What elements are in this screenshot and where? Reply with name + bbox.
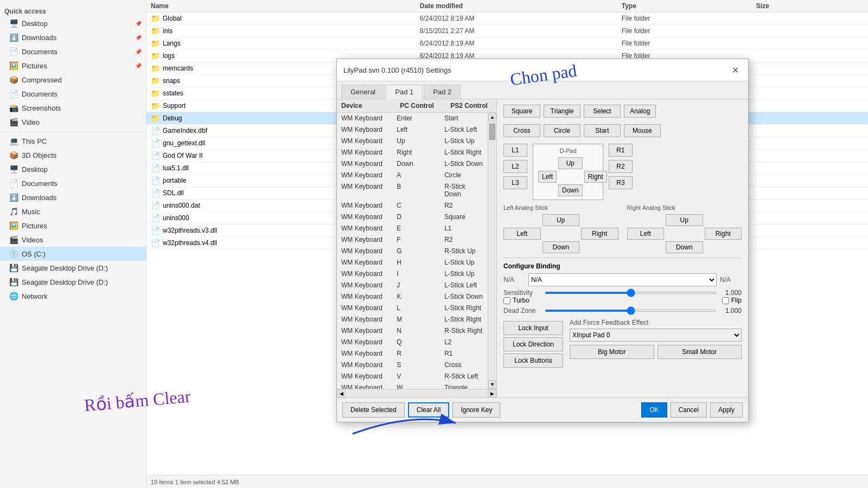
- sensitivity-slider[interactable]: [545, 292, 717, 294]
- vscroll-up-btn[interactable]: ▲: [488, 113, 496, 121]
- turbo-checkbox-label[interactable]: Turbo: [503, 297, 529, 304]
- sidebar-item-videos[interactable]: 🎬 Videos: [0, 233, 146, 247]
- sidebar-item-seagate2[interactable]: 💾 Seagate Desktop Drive (D:): [0, 275, 146, 289]
- analog-button[interactable]: Analog: [624, 105, 656, 118]
- sidebar-item-video[interactable]: 🎬 Video: [0, 115, 146, 129]
- binding-row[interactable]: WM Keyboard Left L-Stick Left: [337, 124, 488, 136]
- clear-all-button[interactable]: Clear All: [408, 402, 450, 418]
- binding-row[interactable]: WM Keyboard Enter Start: [337, 113, 488, 124]
- cross-button[interactable]: Cross: [503, 124, 540, 137]
- binding-row[interactable]: WM Keyboard H L-Stick Up: [337, 257, 488, 268]
- binding-row[interactable]: WM Keyboard G R-Stick Up: [337, 246, 488, 257]
- binding-row[interactable]: WM Keyboard L L-Stick Right: [337, 303, 488, 314]
- sidebar-item-documents[interactable]: 📄 Documents 📌: [0, 44, 146, 59]
- dialog-close-button[interactable]: ✕: [729, 63, 742, 76]
- dpad-right-button[interactable]: Right: [584, 171, 607, 183]
- dpad-left-button[interactable]: Left: [538, 171, 557, 183]
- flip-checkbox-label[interactable]: Flip: [722, 297, 742, 304]
- ok-button[interactable]: OK: [641, 402, 667, 418]
- right-analog-down-button[interactable]: Down: [666, 241, 703, 253]
- lock-buttons-button[interactable]: Lock Buttons: [503, 354, 563, 368]
- start-button[interactable]: Start: [584, 124, 621, 137]
- l2-button[interactable]: L2: [503, 160, 527, 173]
- binding-row[interactable]: WM Keyboard Q L2: [337, 337, 488, 348]
- file-row[interactable]: 📁 Langs 6/24/2012 8:19 AM File folder: [146, 37, 868, 50]
- sidebar-item-music[interactable]: 🎵 Music: [0, 204, 146, 219]
- select-button[interactable]: Select: [584, 105, 621, 118]
- l1-button[interactable]: L1: [503, 144, 527, 157]
- binding-row[interactable]: WM Keyboard C R2: [337, 200, 488, 211]
- binding-row[interactable]: WM Keyboard B R-Stick Down: [337, 181, 488, 200]
- feedback-device-select[interactable]: XInput Pad 0: [570, 329, 742, 342]
- turbo-checkbox[interactable]: [503, 297, 510, 304]
- sidebar-item-3dobjects[interactable]: 📦 3D Objects: [0, 148, 146, 162]
- circle-button[interactable]: Circle: [544, 124, 580, 137]
- binding-row[interactable]: WM Keyboard A Circle: [337, 170, 488, 181]
- r2-button[interactable]: R2: [609, 160, 633, 173]
- lock-direction-button[interactable]: Lock Direction: [503, 337, 563, 351]
- tab-general[interactable]: General: [341, 85, 385, 99]
- apply-button[interactable]: Apply: [710, 402, 743, 418]
- binding-row[interactable]: WM Keyboard S Cross: [337, 359, 488, 371]
- file-row[interactable]: 📁 inis 8/15/2021 2:27 AM File folder: [146, 25, 868, 37]
- big-motor-button[interactable]: Big Motor: [570, 345, 654, 359]
- hscroll-left-btn[interactable]: ◀: [337, 389, 346, 397]
- right-analog-up-button[interactable]: Up: [666, 214, 703, 226]
- sidebar-item-osc[interactable]: 💿 OS (C:): [0, 247, 146, 261]
- dpad-down-button[interactable]: Down: [558, 184, 583, 196]
- binding-row[interactable]: WM Keyboard Right L-Stick Right: [337, 147, 488, 158]
- binding-row[interactable]: WM Keyboard I L-Stick Up: [337, 268, 488, 280]
- deadzone-slider[interactable]: [545, 310, 717, 312]
- right-analog-left-button[interactable]: Left: [627, 228, 665, 240]
- sidebar-item-documents3[interactable]: 📄 Documents: [0, 176, 146, 190]
- lock-input-button[interactable]: Lock Input: [503, 321, 563, 335]
- dpad-up-button[interactable]: Up: [558, 157, 583, 169]
- binding-row[interactable]: WM Keyboard F R2: [337, 234, 488, 246]
- sidebar-item-downloads[interactable]: ⬇️ Downloads 📌: [0, 30, 146, 44]
- binding-row[interactable]: WM Keyboard E L1: [337, 223, 488, 234]
- sidebar-item-thispc[interactable]: 💻 This PC: [0, 134, 146, 148]
- binding-row[interactable]: WM Keyboard Up L-Stick Up: [337, 136, 488, 147]
- r1-button[interactable]: R1: [609, 144, 633, 157]
- delete-selected-button[interactable]: Delete Selected: [342, 402, 405, 418]
- binding-row[interactable]: WM Keyboard D Square: [337, 211, 488, 223]
- l3-button[interactable]: L3: [503, 176, 527, 189]
- sidebar-item-screenshots[interactable]: 📸 Screenshots: [0, 101, 146, 115]
- file-row[interactable]: 📁 Global 6/24/2012 8:19 AM File folder: [146, 12, 868, 25]
- left-analog-right-button[interactable]: Right: [581, 228, 618, 240]
- sidebar-item-compressed[interactable]: 📦 Compressed: [0, 73, 146, 87]
- ignore-key-button[interactable]: Ignore Key: [452, 402, 500, 418]
- sidebar-item-seagate1[interactable]: 💾 Seagate Desktop Drive (D:): [0, 261, 146, 275]
- square-button[interactable]: Square: [503, 105, 540, 118]
- left-analog-up-button[interactable]: Up: [542, 214, 580, 226]
- triangle-button[interactable]: Triangle: [544, 105, 580, 118]
- binding-row[interactable]: WM Keyboard Down L-Stick Down: [337, 158, 488, 170]
- r3-button[interactable]: R3: [609, 176, 633, 189]
- sidebar-item-downloads2[interactable]: ⬇️ Downloads: [0, 190, 146, 204]
- vscroll-down-btn[interactable]: ▼: [488, 380, 496, 389]
- sidebar-item-desktop[interactable]: 🖥️ Desktop 📌: [0, 16, 146, 30]
- sidebar-item-documents2[interactable]: 📄 Documents: [0, 87, 146, 101]
- mouse-button[interactable]: Mouse: [624, 124, 661, 137]
- tab-pad2[interactable]: Pad 2: [424, 85, 461, 99]
- binding-row[interactable]: WM Keyboard R R1: [337, 348, 488, 359]
- binding-row[interactable]: WM Keyboard J L-Stick Left: [337, 280, 488, 291]
- binding-row[interactable]: WM Keyboard M L-Stick Right: [337, 314, 488, 325]
- hscroll-right-btn[interactable]: ▶: [488, 389, 496, 397]
- left-analog-down-button[interactable]: Down: [542, 241, 580, 253]
- config-select[interactable]: N/A: [528, 273, 717, 286]
- binding-row[interactable]: WM Keyboard N R-Stick Right: [337, 325, 488, 337]
- flip-checkbox[interactable]: [722, 297, 729, 304]
- small-motor-button[interactable]: Small Motor: [658, 345, 742, 359]
- tab-pad1[interactable]: Pad 1: [386, 85, 423, 99]
- binding-row[interactable]: WM Keyboard V R-Stick Left: [337, 371, 488, 382]
- vscroll-thumb[interactable]: [489, 124, 495, 140]
- binding-row[interactable]: WM Keyboard W Triangle: [337, 382, 488, 389]
- sidebar-item-network[interactable]: 🌐 Network: [0, 289, 146, 303]
- sidebar-item-pictures[interactable]: 🖼️ Pictures 📌: [0, 59, 146, 73]
- sidebar-item-desktop2[interactable]: 🖥️ Desktop: [0, 162, 146, 176]
- binding-row[interactable]: WM Keyboard K L-Stick Down: [337, 291, 488, 303]
- cancel-button[interactable]: Cancel: [671, 402, 707, 418]
- left-analog-left-button[interactable]: Left: [503, 228, 541, 240]
- sidebar-item-pictures2[interactable]: 🖼️ Pictures: [0, 219, 146, 233]
